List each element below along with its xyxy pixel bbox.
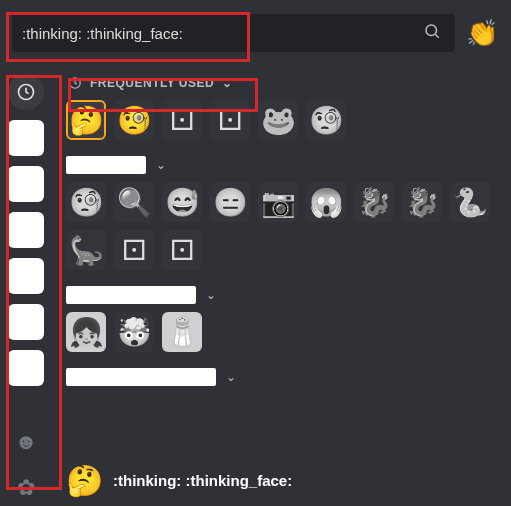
svg-point-0 bbox=[426, 25, 437, 36]
category-nature[interactable]: ✿ bbox=[8, 470, 44, 506]
emoji-neutral[interactable]: 😑 bbox=[210, 182, 250, 222]
chevron-down-icon: ⌄ bbox=[206, 288, 216, 302]
category-recent[interactable] bbox=[8, 74, 44, 110]
chevron-down-icon: ⌄ bbox=[156, 158, 166, 172]
emoji-exploding-head[interactable]: 🤯 bbox=[114, 312, 154, 352]
emoji-salt[interactable]: 🧂 bbox=[162, 312, 202, 352]
server-2-header[interactable]: ⌄ bbox=[66, 286, 497, 304]
category-server-4[interactable] bbox=[8, 258, 44, 294]
emoji-d20-c[interactable]: ⚀ bbox=[114, 230, 154, 270]
emoji-panel: FREQUENTLY USED ⌄ 🤔🧐⚀⚀🐸🧐 ⌄ 🧐🔍😅😑📷😱🐉🐉🐍🦕⚀⚀ … bbox=[52, 62, 511, 506]
emoji-d20-b[interactable]: ⚀ bbox=[210, 100, 250, 140]
emoji-avatar[interactable]: 👧 bbox=[66, 312, 106, 352]
category-sidebar: ☻ ✿ bbox=[0, 62, 52, 506]
section-title: FREQUENTLY USED bbox=[90, 76, 214, 90]
chevron-down-icon: ⌄ bbox=[222, 76, 233, 90]
emoji-sweat-smile[interactable]: 😅 bbox=[162, 182, 202, 222]
category-server-1[interactable] bbox=[8, 120, 44, 156]
category-server-6[interactable] bbox=[8, 350, 44, 386]
emoji-monocle[interactable]: 🧐 bbox=[66, 182, 106, 222]
svg-line-1 bbox=[435, 34, 438, 37]
category-people[interactable]: ☻ bbox=[8, 424, 44, 460]
emoji-search-box[interactable] bbox=[12, 14, 455, 52]
emoji-face-zoom[interactable]: 🔍 bbox=[114, 182, 154, 222]
emoji-frog[interactable]: 🐸 bbox=[258, 100, 298, 140]
emoji-search-input[interactable] bbox=[22, 25, 419, 42]
clock-icon bbox=[68, 76, 82, 90]
server-3-label bbox=[66, 368, 216, 386]
emoji-serpent[interactable]: 🐍 bbox=[450, 182, 490, 222]
server-2-grid: 👧🤯🧂 bbox=[66, 312, 497, 362]
emoji-sauropod[interactable]: 🦕 bbox=[66, 230, 106, 270]
emoji-scream[interactable]: 😱 bbox=[306, 182, 346, 222]
frequently-used-header[interactable]: FREQUENTLY USED ⌄ bbox=[66, 72, 497, 100]
server-1-header[interactable]: ⌄ bbox=[66, 156, 497, 174]
emoji-monocle[interactable]: 🧐 bbox=[114, 100, 154, 140]
emoji-monocle-2[interactable]: 🧐 bbox=[306, 100, 346, 140]
server-2-label bbox=[66, 286, 196, 304]
emoji-dragon[interactable]: 🐉 bbox=[402, 182, 442, 222]
emoji-dragon-text[interactable]: 🐉 bbox=[354, 182, 394, 222]
clock-icon bbox=[16, 82, 36, 102]
search-icon[interactable] bbox=[419, 22, 445, 45]
category-server-3[interactable] bbox=[8, 212, 44, 248]
emoji-thinking[interactable]: 🤔 bbox=[66, 100, 106, 140]
category-server-2[interactable] bbox=[8, 166, 44, 202]
clap-icon: 👏 bbox=[466, 18, 498, 49]
emoji-d20-d[interactable]: ⚀ bbox=[162, 230, 202, 270]
chevron-down-icon: ⌄ bbox=[226, 370, 236, 384]
preview-emoji: 🤔 bbox=[66, 463, 103, 498]
preview-code: :thinking: :thinking_face: bbox=[113, 472, 292, 489]
server-1-label bbox=[66, 156, 146, 174]
emoji-preview-bar: 🤔 :thinking: :thinking_face: bbox=[66, 453, 497, 498]
server-1-grid: 🧐🔍😅😑📷😱🐉🐉🐍🦕⚀⚀ bbox=[66, 182, 497, 280]
server-3-header[interactable]: ⌄ bbox=[66, 368, 497, 386]
skin-tone-selector[interactable]: 👏 bbox=[465, 16, 499, 50]
category-server-5[interactable] bbox=[8, 304, 44, 340]
frequently-used-grid: 🤔🧐⚀⚀🐸🧐 bbox=[66, 100, 497, 150]
emoji-camera-blur[interactable]: 📷 bbox=[258, 182, 298, 222]
emoji-d20-a[interactable]: ⚀ bbox=[162, 100, 202, 140]
